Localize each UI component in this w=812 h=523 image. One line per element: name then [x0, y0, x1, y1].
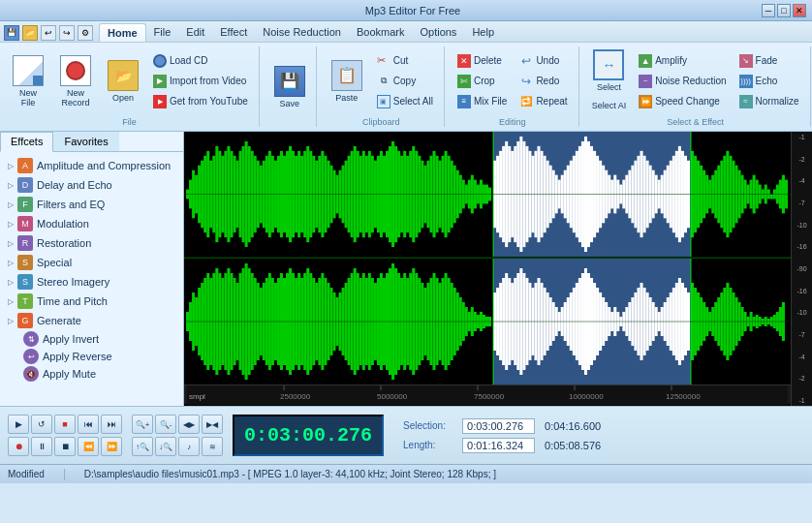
- length-row: Length: 0:01:16.324 0:05:08.576: [403, 438, 612, 453]
- stop2-button[interactable]: ⏹: [54, 437, 76, 456]
- select-button[interactable]: ↔ Select: [589, 46, 628, 95]
- svg-text:smpl: smpl: [189, 392, 205, 401]
- menu-help[interactable]: Help: [464, 23, 502, 42]
- ribbon-group-file: NewFile NewRecord 📂 Open: [6, 46, 260, 127]
- redo-quick-icon[interactable]: ↪: [59, 25, 75, 41]
- quick-save-icon[interactable]: 💾: [4, 25, 19, 41]
- category-time-pitch[interactable]: ▷ T Time and Pitch: [0, 292, 183, 311]
- tab-favorites[interactable]: Favorites: [53, 132, 118, 151]
- delete-button[interactable]: ✕ Delete: [453, 51, 512, 71]
- ff-button[interactable]: ⏩: [101, 437, 122, 456]
- menu-home[interactable]: Home: [99, 23, 146, 42]
- category-generate[interactable]: ▷ G Generate: [0, 311, 183, 330]
- select-effect-group-label: Select & Effect: [587, 115, 804, 127]
- main-area: Effcets Favorites ▷ A Amplitude and Comp…: [0, 132, 812, 406]
- menu-edit[interactable]: Edit: [178, 23, 212, 42]
- delete-icon: ✕: [457, 54, 471, 68]
- spectrum-button[interactable]: ≋: [202, 437, 223, 456]
- zoom-in-button[interactable]: 🔍+: [132, 415, 153, 434]
- select-all-button[interactable]: ▣ Select All: [372, 92, 438, 111]
- category-special[interactable]: ▷ S Special: [0, 253, 183, 272]
- quick-open-icon[interactable]: 📂: [22, 25, 38, 41]
- pause-button[interactable]: ⏸: [31, 437, 52, 456]
- normalize-button[interactable]: ≈ Normalize: [734, 92, 804, 111]
- rew-button[interactable]: ⏪: [78, 437, 99, 456]
- import-video-button[interactable]: ▶ Import from Video: [148, 72, 253, 91]
- get-youtube-button[interactable]: ▶ Get from YouTube: [148, 92, 253, 111]
- svg-text:7500000: 7500000: [474, 392, 505, 401]
- category-stereo[interactable]: ▷ S Stereo Imagery: [0, 272, 183, 292]
- item-apply-mute[interactable]: 🔇 Apply Mute: [0, 365, 183, 383]
- select-icon: ↔: [593, 49, 624, 80]
- menu-file[interactable]: File: [146, 23, 179, 42]
- loop-button[interactable]: ↺: [31, 415, 52, 434]
- play-button[interactable]: ▶: [8, 415, 29, 434]
- zoom-v-out-button[interactable]: ↓🔍: [155, 437, 176, 456]
- undo-quick-icon[interactable]: ↩: [41, 25, 56, 41]
- tab-effects[interactable]: Effcets: [0, 132, 53, 152]
- open-button[interactable]: 📂 Open: [101, 55, 145, 108]
- selection-info: Selection: 0:04:16.600 Length: 0:01:16.3…: [403, 418, 612, 453]
- mix-file-button[interactable]: ≡ Mix File: [453, 92, 512, 111]
- audio-info-button[interactable]: ♪: [178, 437, 200, 456]
- category-delay[interactable]: ▷ D Delay and Echo: [0, 175, 183, 195]
- speed-change-button[interactable]: ⏩ Speed Change: [634, 92, 731, 111]
- modulation-icon: M: [17, 216, 33, 231]
- paste-button[interactable]: 📋 Paste: [325, 55, 369, 108]
- menu-effect[interactable]: Effect: [212, 23, 255, 42]
- noise-reduction-button[interactable]: ~ Noise Reduction: [634, 72, 731, 91]
- zoom-fit-button[interactable]: ◀▶: [178, 415, 200, 434]
- repeat-button[interactable]: 🔁 Repeat: [515, 92, 572, 111]
- fade-button[interactable]: ↘ Fade: [734, 51, 804, 71]
- zoom-sel-button[interactable]: ▶◀: [202, 415, 223, 434]
- category-amplitude[interactable]: ▷ A Amplitude and Compression: [0, 156, 183, 175]
- zoom-row1: 🔍+ 🔍- ◀▶ ▶◀: [132, 415, 223, 434]
- save-button[interactable]: 💾 Save: [267, 61, 312, 113]
- item-apply-invert[interactable]: ⇅ Apply Invert: [0, 330, 183, 348]
- category-restoration[interactable]: ▷ R Restoration: [0, 233, 183, 253]
- selection-value-input[interactable]: [462, 418, 535, 434]
- timeline-svg: smpl 2500000 5000000 7500000 10000000 12…: [184, 385, 791, 405]
- zoom-v-in-button[interactable]: ↑🔍: [132, 437, 153, 456]
- select-ai-button[interactable]: Select AI: [587, 96, 632, 115]
- category-modulation[interactable]: ▷ M Modulation: [0, 214, 183, 233]
- next-button[interactable]: ⏭: [101, 415, 122, 434]
- amplify-button[interactable]: ▲ Amplify: [634, 51, 731, 71]
- load-cd-button[interactable]: Load CD: [148, 51, 253, 71]
- waveform-svg-bottom: [184, 259, 791, 385]
- status-file-info: D:\samples\audio files\music01.mp3 - [ M…: [84, 469, 496, 479]
- stop-button[interactable]: ■: [54, 415, 76, 434]
- waveform-track-bottom[interactable]: [184, 259, 791, 385]
- status-modified: Modified: [8, 469, 45, 479]
- zoom-out-button[interactable]: 🔍-: [155, 415, 176, 434]
- waveform-track-top[interactable]: [184, 132, 791, 258]
- new-file-button[interactable]: NewFile: [6, 50, 50, 112]
- minimize-button[interactable]: ─: [762, 4, 775, 17]
- menu-options[interactable]: Options: [412, 23, 464, 42]
- config-icon[interactable]: ⚙: [78, 25, 93, 41]
- close-button[interactable]: ✕: [793, 4, 806, 17]
- transport-controls: ▶ ↺ ■ ⏮ ⏭ ⏺ ⏸ ⏹ ⏪ ⏩: [8, 415, 122, 456]
- undo-button[interactable]: ↩ Undo: [515, 51, 572, 71]
- category-filters[interactable]: ▷ F Filters and EQ: [0, 195, 183, 214]
- record-button[interactable]: ⏺: [8, 437, 29, 456]
- ribbon-group-save: 💾 Save: [267, 46, 317, 127]
- prev-button[interactable]: ⏮: [78, 415, 99, 434]
- redo-button[interactable]: ↪ Redo: [515, 72, 572, 91]
- ribbon: NewFile NewRecord 📂 Open: [0, 43, 812, 131]
- cut-button[interactable]: ✂ Cut: [372, 51, 438, 71]
- new-record-button[interactable]: NewRecord: [53, 50, 98, 112]
- status-bar: Modified D:\samples\audio files\music01.…: [0, 464, 812, 483]
- menu-noise-reduction[interactable]: Noise Reduction: [255, 23, 349, 42]
- import-buttons: Load CD ▶ Import from Video ▶ Get from Y…: [148, 51, 253, 111]
- select-effect-buttons: ↔ Select Select AI ▲ Amplify ~: [587, 46, 804, 115]
- maximize-button[interactable]: □: [777, 4, 791, 17]
- echo-button[interactable]: )))) Echo: [734, 72, 804, 91]
- crop-button[interactable]: ✄ Crop: [453, 72, 512, 91]
- paste-icon: 📋: [331, 60, 362, 91]
- item-apply-reverse[interactable]: ↩ Apply Reverse: [0, 348, 183, 365]
- copy-button[interactable]: ⧉ Copy: [372, 72, 438, 91]
- length-end-value: 0:05:08.576: [545, 440, 612, 451]
- waveform-area[interactable]: smpl 2500000 5000000 7500000 10000000 12…: [184, 132, 812, 406]
- menu-bookmark[interactable]: Bookmark: [349, 23, 413, 42]
